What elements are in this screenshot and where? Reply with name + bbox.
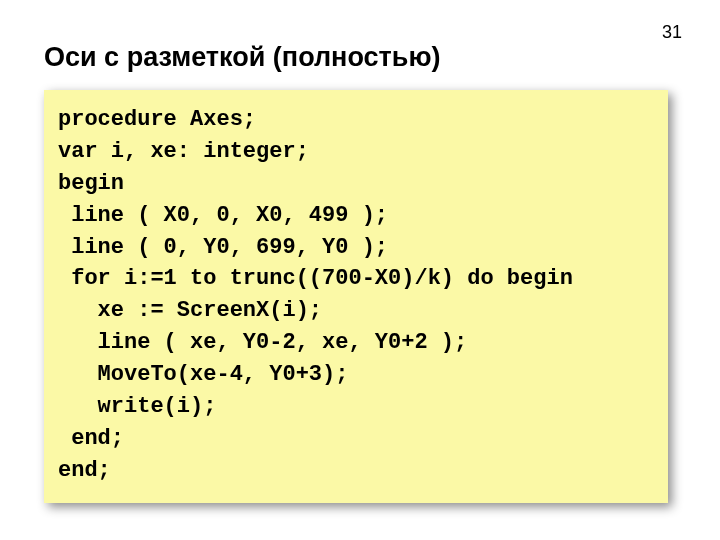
code-line: var i, xe: integer;: [58, 136, 654, 168]
code-line: end;: [58, 455, 654, 487]
code-line: begin: [58, 168, 654, 200]
slide-title: Оси с разметкой (полностью): [44, 42, 440, 73]
code-line: procedure Axes;: [58, 104, 654, 136]
page-number: 31: [662, 22, 682, 43]
code-line: line ( 0, Y0, 699, Y0 );: [58, 232, 654, 264]
code-line: end;: [58, 423, 654, 455]
code-line: xe := ScreenX(i);: [58, 295, 654, 327]
code-block: procedure Axes; var i, xe: integer; begi…: [44, 90, 668, 503]
code-line: for i:=1 to trunc((700-X0)/k) do begin: [58, 263, 654, 295]
code-line: write(i);: [58, 391, 654, 423]
code-line: line ( X0, 0, X0, 499 );: [58, 200, 654, 232]
slide: 31 Оси с разметкой (полностью) procedure…: [0, 0, 720, 540]
code-line: MoveTo(xe-4, Y0+3);: [58, 359, 654, 391]
code-line: line ( xe, Y0-2, xe, Y0+2 );: [58, 327, 654, 359]
